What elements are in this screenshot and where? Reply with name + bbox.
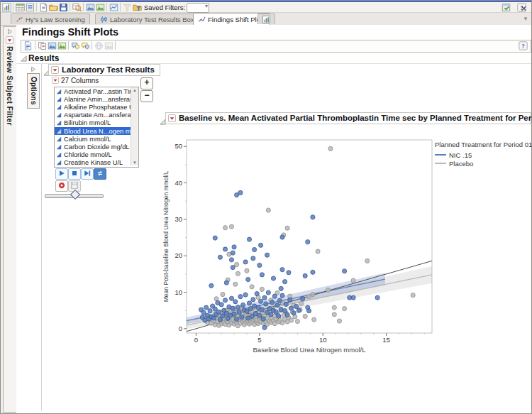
data-point-nic-15[interactable] <box>284 302 288 306</box>
data-point-placebo[interactable] <box>299 301 304 305</box>
data-point-nic-15[interactable] <box>238 190 243 195</box>
play-button[interactable] <box>55 168 68 180</box>
data-point-placebo[interactable] <box>332 305 336 310</box>
data-point-nic-15[interactable] <box>251 256 255 261</box>
data-table-icon[interactable] <box>16 3 25 12</box>
data-point-nic-15[interactable] <box>208 309 212 313</box>
data-point-nic-15[interactable] <box>235 317 239 321</box>
data-point-nic-15[interactable] <box>271 276 275 280</box>
data-point-placebo[interactable] <box>365 258 370 263</box>
list-item-activated-par-astin-time-sec[interactable]: Activated Par...astin Time sec <box>55 87 138 95</box>
list-item-blood-urea-n-ogen-mmol-l[interactable]: Blood Urea N...ogen mmol/L <box>55 127 138 135</box>
list-item-aspartate-am-ansferase-u-l[interactable]: Aspartate Am...ansferase U/L <box>55 111 138 119</box>
data-point-placebo[interactable] <box>411 293 415 298</box>
data-point-nic-15[interactable] <box>257 313 262 317</box>
data-point-nic-15[interactable] <box>282 309 287 313</box>
data-point-nic-15[interactable] <box>247 301 251 305</box>
data-point-nic-15[interactable] <box>219 303 223 307</box>
graph-picture-icon[interactable] <box>109 3 118 12</box>
data-point-nic-15[interactable] <box>297 308 301 312</box>
data-point-nic-15[interactable] <box>301 297 305 301</box>
data-point-placebo[interactable] <box>303 314 307 318</box>
list-item-alanine-amin-ansferase-u-l[interactable]: Alanine Amin...ansferase U/L <box>55 95 138 103</box>
data-point-nic-15[interactable] <box>265 253 269 257</box>
stop-button[interactable] <box>68 168 81 180</box>
step-button[interactable] <box>81 168 94 180</box>
data-point-placebo[interactable] <box>311 293 315 297</box>
data-point-nic-15[interactable] <box>261 317 265 321</box>
list-item-alkaline-phosphatase-u-l[interactable]: Alkaline Phosphatase U/L <box>55 103 138 111</box>
open-folder-icon[interactable] <box>49 3 58 12</box>
data-point-placebo[interactable] <box>266 208 270 212</box>
data-point-nic-15[interactable] <box>255 291 259 295</box>
data-point-nic-15[interactable] <box>279 286 283 290</box>
toolbar-help-icon[interactable]: ? <box>519 41 528 50</box>
data-point-nic-15[interactable] <box>223 247 227 251</box>
data-point-nic-15[interactable] <box>213 236 217 240</box>
new-graph-icon[interactable] <box>2 3 11 12</box>
data-point-nic-15[interactable] <box>294 304 299 308</box>
data-point-nic-15[interactable] <box>232 245 236 249</box>
data-point-nic-15[interactable] <box>288 298 292 302</box>
data-point-nic-15[interactable] <box>272 294 277 298</box>
data-point-placebo[interactable] <box>289 318 293 322</box>
query-icon[interactable] <box>72 3 82 12</box>
data-point-nic-15[interactable] <box>274 310 278 314</box>
data-point-placebo[interactable] <box>332 312 336 317</box>
remove-column-button[interactable]: − <box>140 90 153 102</box>
data-point-placebo[interactable] <box>221 293 225 297</box>
data-point-placebo[interactable] <box>343 307 347 311</box>
data-point-nic-15[interactable] <box>277 314 281 318</box>
close-icon[interactable]: ✕ <box>521 4 527 13</box>
data-point-nic-15[interactable] <box>204 305 209 310</box>
scroll-down-icon[interactable]: ▼ <box>131 160 138 165</box>
new-report-icon[interactable] <box>39 3 48 12</box>
data-point-nic-15[interactable] <box>277 298 282 303</box>
add-column-button[interactable]: + <box>140 77 153 89</box>
columns-menu-icon[interactable] <box>52 77 59 84</box>
data-point-nic-15[interactable] <box>240 303 245 307</box>
list-item-creatine-kinase-u-l[interactable]: Creatine Kinase U/L <box>55 159 138 167</box>
picture-alt-icon[interactable] <box>57 41 67 50</box>
data-point-nic-15[interactable] <box>259 243 263 247</box>
data-point-nic-15[interactable] <box>351 295 355 300</box>
annotate-alt-icon[interactable] <box>81 41 90 50</box>
data-point-nic-15[interactable] <box>311 215 315 219</box>
data-point-nic-15[interactable] <box>209 283 214 288</box>
data-point-nic-15[interactable] <box>311 270 315 274</box>
data-point-nic-15[interactable] <box>270 300 275 305</box>
filter-menu-icon[interactable] <box>6 36 13 44</box>
expand-options-icon[interactable] <box>30 66 36 72</box>
data-point-nic-15[interactable] <box>247 237 251 241</box>
expand-filter-icon[interactable] <box>6 28 13 35</box>
data-point-placebo[interactable] <box>295 319 299 323</box>
data-point-nic-15[interactable] <box>213 307 217 311</box>
data-point-nic-15[interactable] <box>262 325 267 329</box>
data-point-nic-15[interactable] <box>238 295 243 299</box>
window-check-icon[interactable] <box>501 3 511 12</box>
data-point-placebo[interactable] <box>337 319 341 323</box>
legend-entry-placebo[interactable]: Placebo <box>435 159 532 168</box>
list-scrollbar[interactable]: ▲ ▼ <box>131 87 138 165</box>
data-point-nic-15[interactable] <box>235 305 240 309</box>
data-point-nic-15[interactable] <box>218 255 222 259</box>
data-point-nic-15[interactable] <box>282 280 287 284</box>
save-icon[interactable] <box>59 3 68 12</box>
data-point-nic-15[interactable] <box>201 310 206 315</box>
data-point-nic-15[interactable] <box>306 240 310 244</box>
data-point-nic-15[interactable] <box>229 258 233 262</box>
data-point-nic-15[interactable] <box>303 273 307 278</box>
data-point-nic-15[interactable] <box>237 310 241 315</box>
data-point-nic-15[interactable] <box>216 310 221 314</box>
data-point-nic-15[interactable] <box>246 277 250 281</box>
scroll-up-icon[interactable]: ▲ <box>131 88 138 92</box>
list-item-carbon-dioxide-mg-dl[interactable]: Carbon Dioxide mg/dL <box>55 143 138 151</box>
data-point-nic-15[interactable] <box>375 295 379 300</box>
data-point-nic-15[interactable] <box>260 273 264 277</box>
panel-divider[interactable] <box>41 64 42 410</box>
picture-icon[interactable] <box>48 41 57 50</box>
loop-button[interactable] <box>94 168 106 180</box>
data-point-placebo[interactable] <box>285 226 289 230</box>
data-point-placebo[interactable] <box>351 278 355 283</box>
data-point-nic-15[interactable] <box>243 293 248 297</box>
